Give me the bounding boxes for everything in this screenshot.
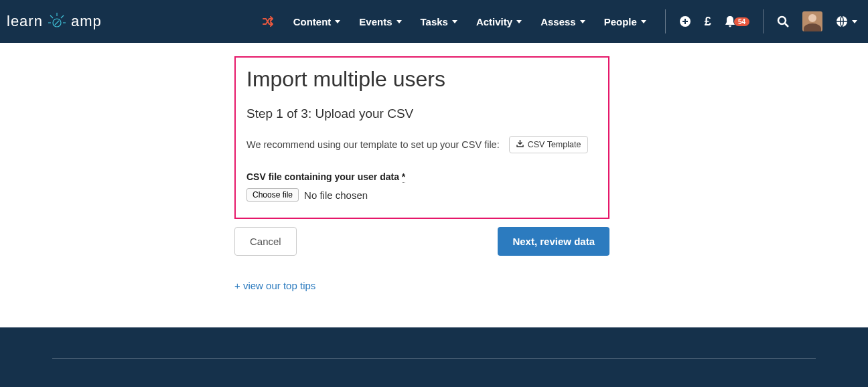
divider <box>665 9 666 33</box>
top-navbar: learn amp Content <box>0 0 868 43</box>
page-title: Import multiple users <box>246 67 597 92</box>
caret-down-icon <box>516 20 522 23</box>
main-content: Import multiple users Step 1 of 3: Uploa… <box>234 56 609 291</box>
required-indicator: * <box>402 171 405 183</box>
notifications-icon[interactable]: 54 <box>725 15 749 27</box>
nav-assess[interactable]: Assess <box>540 16 585 27</box>
nav-label: Assess <box>540 16 576 27</box>
caret-down-icon <box>641 20 646 23</box>
caret-down-icon <box>852 20 857 23</box>
nav-right: £ 54 <box>665 9 857 33</box>
brand-text-1: learn <box>7 13 43 30</box>
svg-point-7 <box>778 17 786 24</box>
svg-line-3 <box>61 15 64 18</box>
currency-icon[interactable]: £ <box>705 15 711 29</box>
nav-label: Content <box>293 16 332 27</box>
caret-down-icon <box>580 20 585 23</box>
cancel-button[interactable]: Cancel <box>234 227 297 256</box>
nav-label: Tasks <box>421 16 448 27</box>
globe-icon[interactable] <box>836 15 857 27</box>
file-field-label: CSV file containing your user data * <box>246 171 405 183</box>
main-nav: Content Events Tasks Activity Assess Peo… <box>263 16 646 27</box>
notification-badge: 54 <box>734 17 749 26</box>
lightbulb-icon <box>47 11 67 31</box>
nav-events[interactable]: Events <box>359 16 401 27</box>
next-button[interactable]: Next, review data <box>498 227 609 256</box>
brand-logo[interactable]: learn amp <box>7 11 102 31</box>
import-panel: Import multiple users Step 1 of 3: Uploa… <box>234 56 609 219</box>
nav-label: People <box>604 16 637 27</box>
svg-line-2 <box>50 15 53 18</box>
search-icon[interactable] <box>777 15 789 27</box>
file-status-text: No file chosen <box>304 189 368 201</box>
shuffle-icon[interactable] <box>263 16 275 27</box>
action-row: Cancel Next, review data <box>234 227 609 256</box>
nav-label: Events <box>359 16 392 27</box>
caret-down-icon <box>452 20 457 23</box>
nav-people[interactable]: People <box>604 16 646 27</box>
nav-tasks[interactable]: Tasks <box>421 16 457 27</box>
csv-template-button[interactable]: CSV Template <box>509 136 589 153</box>
nav-activity[interactable]: Activity <box>476 16 522 27</box>
brand-text-2: amp <box>71 13 102 30</box>
button-label: CSV Template <box>528 140 581 149</box>
footer-divider <box>52 358 816 359</box>
recommend-text: We recommend using our template to set u… <box>246 139 500 150</box>
add-icon[interactable] <box>679 15 691 27</box>
choose-file-button[interactable]: Choose file <box>246 188 299 202</box>
download-icon <box>516 140 524 149</box>
svg-line-8 <box>785 23 788 27</box>
divider <box>763 9 764 33</box>
nav-content[interactable]: Content <box>293 16 341 27</box>
caret-down-icon <box>335 20 340 23</box>
avatar[interactable] <box>802 11 822 31</box>
step-heading: Step 1 of 3: Upload your CSV <box>246 106 597 121</box>
caret-down-icon <box>396 20 402 23</box>
nav-label: Activity <box>476 16 512 27</box>
footer: About Learn Amp Terms and Conditions GDP… <box>0 327 868 387</box>
view-tips-link[interactable]: + view our top tips <box>234 280 609 291</box>
